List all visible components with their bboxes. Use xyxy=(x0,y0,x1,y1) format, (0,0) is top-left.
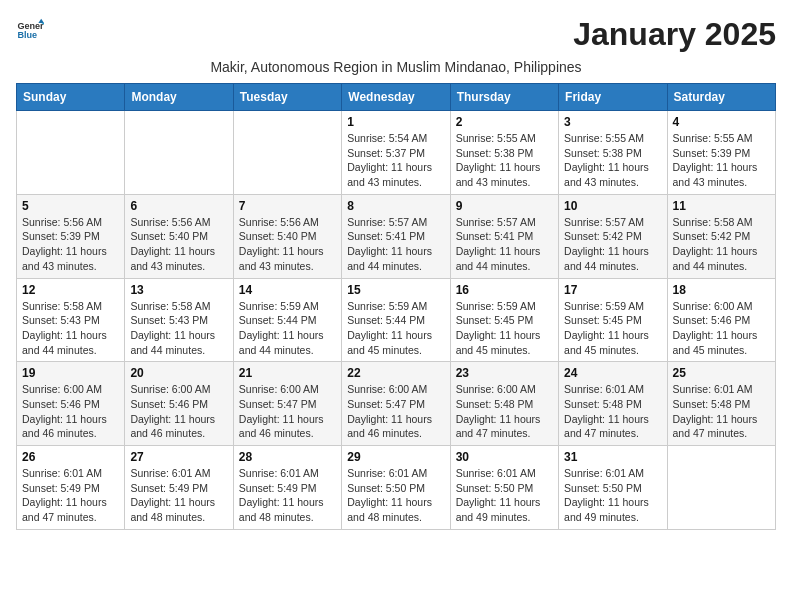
day-number: 19 xyxy=(22,366,119,380)
subtitle: Makir, Autonomous Region in Muslim Minda… xyxy=(16,59,776,75)
day-number: 7 xyxy=(239,199,336,213)
header-row: Sunday Monday Tuesday Wednesday Thursday… xyxy=(17,84,776,111)
week-row-3: 12Sunrise: 5:58 AMSunset: 5:43 PMDayligh… xyxy=(17,278,776,362)
day-info: Sunrise: 5:59 AMSunset: 5:45 PMDaylight:… xyxy=(564,299,661,358)
day-cell: 24Sunrise: 6:01 AMSunset: 5:48 PMDayligh… xyxy=(559,362,667,446)
day-info: Sunrise: 5:56 AMSunset: 5:39 PMDaylight:… xyxy=(22,215,119,274)
day-cell xyxy=(125,111,233,195)
header-thursday: Thursday xyxy=(450,84,558,111)
day-cell: 12Sunrise: 5:58 AMSunset: 5:43 PMDayligh… xyxy=(17,278,125,362)
day-cell: 15Sunrise: 5:59 AMSunset: 5:44 PMDayligh… xyxy=(342,278,450,362)
day-cell: 7Sunrise: 5:56 AMSunset: 5:40 PMDaylight… xyxy=(233,194,341,278)
header-wednesday: Wednesday xyxy=(342,84,450,111)
day-info: Sunrise: 5:59 AMSunset: 5:44 PMDaylight:… xyxy=(347,299,444,358)
day-info: Sunrise: 6:00 AMSunset: 5:46 PMDaylight:… xyxy=(22,382,119,441)
day-cell: 1Sunrise: 5:54 AMSunset: 5:37 PMDaylight… xyxy=(342,111,450,195)
day-number: 21 xyxy=(239,366,336,380)
page-header: General Blue January 2025 xyxy=(16,16,776,53)
day-number: 13 xyxy=(130,283,227,297)
svg-text:Blue: Blue xyxy=(17,30,37,40)
day-cell: 30Sunrise: 6:01 AMSunset: 5:50 PMDayligh… xyxy=(450,446,558,530)
day-number: 17 xyxy=(564,283,661,297)
week-row-1: 1Sunrise: 5:54 AMSunset: 5:37 PMDaylight… xyxy=(17,111,776,195)
day-number: 10 xyxy=(564,199,661,213)
day-number: 23 xyxy=(456,366,553,380)
day-cell: 20Sunrise: 6:00 AMSunset: 5:46 PMDayligh… xyxy=(125,362,233,446)
month-title: January 2025 xyxy=(573,16,776,53)
day-info: Sunrise: 5:57 AMSunset: 5:42 PMDaylight:… xyxy=(564,215,661,274)
day-number: 29 xyxy=(347,450,444,464)
day-number: 20 xyxy=(130,366,227,380)
logo: General Blue xyxy=(16,16,44,44)
day-info: Sunrise: 5:56 AMSunset: 5:40 PMDaylight:… xyxy=(130,215,227,274)
day-cell xyxy=(17,111,125,195)
day-info: Sunrise: 5:54 AMSunset: 5:37 PMDaylight:… xyxy=(347,131,444,190)
day-number: 6 xyxy=(130,199,227,213)
day-number: 30 xyxy=(456,450,553,464)
day-number: 4 xyxy=(673,115,770,129)
day-info: Sunrise: 5:57 AMSunset: 5:41 PMDaylight:… xyxy=(456,215,553,274)
header-monday: Monday xyxy=(125,84,233,111)
day-number: 18 xyxy=(673,283,770,297)
day-info: Sunrise: 5:58 AMSunset: 5:43 PMDaylight:… xyxy=(22,299,119,358)
day-cell: 28Sunrise: 6:01 AMSunset: 5:49 PMDayligh… xyxy=(233,446,341,530)
day-info: Sunrise: 5:59 AMSunset: 5:44 PMDaylight:… xyxy=(239,299,336,358)
day-info: Sunrise: 5:55 AMSunset: 5:39 PMDaylight:… xyxy=(673,131,770,190)
day-number: 2 xyxy=(456,115,553,129)
day-cell: 16Sunrise: 5:59 AMSunset: 5:45 PMDayligh… xyxy=(450,278,558,362)
day-cell: 9Sunrise: 5:57 AMSunset: 5:41 PMDaylight… xyxy=(450,194,558,278)
day-number: 25 xyxy=(673,366,770,380)
day-cell: 26Sunrise: 6:01 AMSunset: 5:49 PMDayligh… xyxy=(17,446,125,530)
day-cell: 4Sunrise: 5:55 AMSunset: 5:39 PMDaylight… xyxy=(667,111,775,195)
calendar-body: 1Sunrise: 5:54 AMSunset: 5:37 PMDaylight… xyxy=(17,111,776,530)
day-info: Sunrise: 6:01 AMSunset: 5:49 PMDaylight:… xyxy=(22,466,119,525)
calendar-table: Sunday Monday Tuesday Wednesday Thursday… xyxy=(16,83,776,530)
day-info: Sunrise: 6:01 AMSunset: 5:50 PMDaylight:… xyxy=(564,466,661,525)
day-cell: 19Sunrise: 6:00 AMSunset: 5:46 PMDayligh… xyxy=(17,362,125,446)
day-info: Sunrise: 6:01 AMSunset: 5:49 PMDaylight:… xyxy=(239,466,336,525)
logo-icon: General Blue xyxy=(16,16,44,44)
day-number: 26 xyxy=(22,450,119,464)
day-number: 11 xyxy=(673,199,770,213)
day-cell: 11Sunrise: 5:58 AMSunset: 5:42 PMDayligh… xyxy=(667,194,775,278)
week-row-2: 5Sunrise: 5:56 AMSunset: 5:39 PMDaylight… xyxy=(17,194,776,278)
day-info: Sunrise: 6:01 AMSunset: 5:48 PMDaylight:… xyxy=(564,382,661,441)
day-number: 28 xyxy=(239,450,336,464)
day-info: Sunrise: 5:56 AMSunset: 5:40 PMDaylight:… xyxy=(239,215,336,274)
day-cell xyxy=(667,446,775,530)
day-cell xyxy=(233,111,341,195)
day-info: Sunrise: 5:58 AMSunset: 5:42 PMDaylight:… xyxy=(673,215,770,274)
day-info: Sunrise: 6:01 AMSunset: 5:48 PMDaylight:… xyxy=(673,382,770,441)
day-cell: 18Sunrise: 6:00 AMSunset: 5:46 PMDayligh… xyxy=(667,278,775,362)
day-cell: 25Sunrise: 6:01 AMSunset: 5:48 PMDayligh… xyxy=(667,362,775,446)
day-info: Sunrise: 6:00 AMSunset: 5:46 PMDaylight:… xyxy=(673,299,770,358)
day-cell: 10Sunrise: 5:57 AMSunset: 5:42 PMDayligh… xyxy=(559,194,667,278)
day-info: Sunrise: 5:55 AMSunset: 5:38 PMDaylight:… xyxy=(456,131,553,190)
day-info: Sunrise: 6:01 AMSunset: 5:50 PMDaylight:… xyxy=(347,466,444,525)
day-cell: 23Sunrise: 6:00 AMSunset: 5:48 PMDayligh… xyxy=(450,362,558,446)
header-saturday: Saturday xyxy=(667,84,775,111)
week-row-4: 19Sunrise: 6:00 AMSunset: 5:46 PMDayligh… xyxy=(17,362,776,446)
day-info: Sunrise: 5:55 AMSunset: 5:38 PMDaylight:… xyxy=(564,131,661,190)
day-cell: 17Sunrise: 5:59 AMSunset: 5:45 PMDayligh… xyxy=(559,278,667,362)
day-number: 27 xyxy=(130,450,227,464)
day-cell: 27Sunrise: 6:01 AMSunset: 5:49 PMDayligh… xyxy=(125,446,233,530)
day-cell: 14Sunrise: 5:59 AMSunset: 5:44 PMDayligh… xyxy=(233,278,341,362)
day-info: Sunrise: 6:01 AMSunset: 5:50 PMDaylight:… xyxy=(456,466,553,525)
day-cell: 13Sunrise: 5:58 AMSunset: 5:43 PMDayligh… xyxy=(125,278,233,362)
day-info: Sunrise: 5:57 AMSunset: 5:41 PMDaylight:… xyxy=(347,215,444,274)
header-friday: Friday xyxy=(559,84,667,111)
day-cell: 21Sunrise: 6:00 AMSunset: 5:47 PMDayligh… xyxy=(233,362,341,446)
day-number: 16 xyxy=(456,283,553,297)
day-number: 3 xyxy=(564,115,661,129)
day-info: Sunrise: 6:01 AMSunset: 5:49 PMDaylight:… xyxy=(130,466,227,525)
title-block: January 2025 xyxy=(573,16,776,53)
day-info: Sunrise: 6:00 AMSunset: 5:46 PMDaylight:… xyxy=(130,382,227,441)
header-tuesday: Tuesday xyxy=(233,84,341,111)
day-info: Sunrise: 6:00 AMSunset: 5:47 PMDaylight:… xyxy=(347,382,444,441)
calendar-header: Sunday Monday Tuesday Wednesday Thursday… xyxy=(17,84,776,111)
day-cell: 5Sunrise: 5:56 AMSunset: 5:39 PMDaylight… xyxy=(17,194,125,278)
day-number: 1 xyxy=(347,115,444,129)
day-number: 14 xyxy=(239,283,336,297)
day-info: Sunrise: 5:58 AMSunset: 5:43 PMDaylight:… xyxy=(130,299,227,358)
